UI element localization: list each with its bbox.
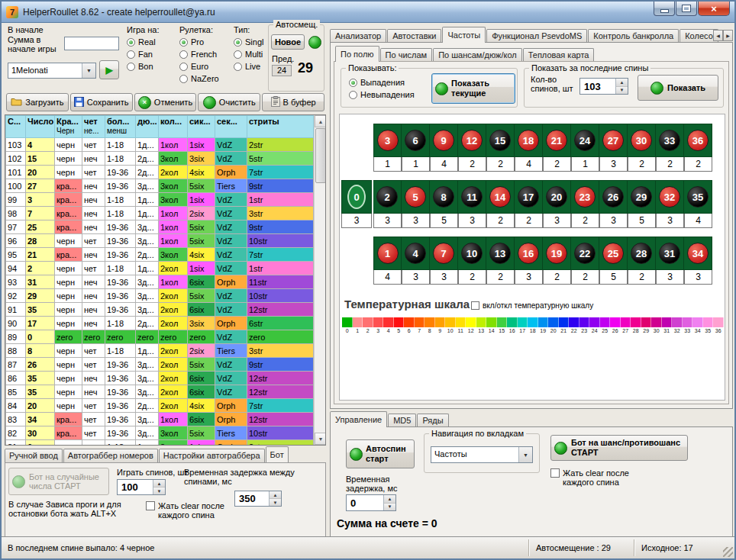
radio-roulette-euro[interactable]: Euro	[179, 60, 219, 72]
radio-type-live[interactable]: Live	[234, 60, 263, 72]
spinner-down-icon[interactable]: ▼	[270, 499, 281, 506]
table-row[interactable]: 9521кра...неч19-362д...3кол4sixVdZ7str	[6, 248, 314, 262]
table-row[interactable]: 8334кра...чет19-363д...1кол6sixOrph12str	[6, 413, 314, 426]
tab-scroll-right-icon[interactable]: ▶	[723, 30, 733, 41]
radio-roulette-french[interactable]: French	[179, 48, 219, 60]
radio-game-real[interactable]: Real	[127, 36, 156, 48]
radio-game-fan[interactable]: Fan	[127, 48, 156, 60]
table-row[interactable]: 942чернчет1-181д...2кол1sixVdZ1str	[6, 262, 314, 275]
tab-контроль-банкролла[interactable]: Контроль банкролла	[588, 29, 679, 43]
table-row[interactable]: 987кра...неч1-181д...1кол2sixVdZ3str	[6, 207, 314, 220]
radio-show-невыпадения[interactable]: Невыпадения	[349, 89, 415, 101]
minimize-button[interactable]	[654, 2, 675, 16]
table-row[interactable]: 10215черннеч1-182д...3кол3sixVdZ5str	[6, 152, 314, 166]
spinner-down-icon[interactable]: ▼	[616, 87, 628, 95]
tab-функционал-psevdoms[interactable]: Функционал PsevdoMS	[486, 29, 587, 43]
table-row[interactable]: 8535черннеч19-363д...2кол6sixVdZ12str	[6, 385, 314, 399]
table-row[interactable]: 816чернчет1-181д...3кол1sixOrph2str	[6, 440, 314, 446]
temperature-scale-checkbox[interactable]: вкл/откл температурную шкалу	[471, 301, 593, 311]
subtab-тепловая-карта[interactable]: Тепловая карта	[523, 48, 595, 62]
play-button[interactable]: ▶	[99, 60, 119, 79]
отменить-button[interactable]: ×Отменить	[134, 93, 197, 111]
title-bar[interactable]: 7 HelperRoullet 8.62 - create helperroul…	[2, 2, 734, 23]
table-row[interactable]: 10027кра...неч19-363д...3кол5sixTiers9st…	[6, 179, 314, 193]
show-current-button[interactable]: Показать текущие	[431, 73, 515, 104]
spinner-up-icon[interactable]: ▲	[270, 491, 281, 499]
autospin-start-button[interactable]: Автоспин старт	[346, 439, 415, 468]
radio-type-singl[interactable]: Singl	[234, 36, 263, 48]
tab-бот[interactable]: Бот	[266, 446, 289, 462]
subtab-по-полю[interactable]: По полю	[335, 46, 379, 62]
table-row[interactable]: 8726чернчет19-363д...2кол5sixVdZ9str	[6, 358, 314, 372]
radio-roulette-nazero[interactable]: NaZero	[179, 72, 219, 85]
table-row[interactable]: 9725кра...неч19-363д...1кол5sixVdZ9str	[6, 220, 314, 234]
table-row[interactable]: 10120чернчет19-362д...2кол4sixOrph7str	[6, 166, 314, 179]
board-number-cell: 36	[684, 124, 712, 157]
очистить-button[interactable]: Очистить	[198, 93, 260, 111]
chance-bot-start-button[interactable]: Бот на шанс/противошанс СТАРТ	[550, 435, 688, 461]
radio-game-bon[interactable]: Bon	[127, 60, 156, 72]
table-row[interactable]: 9135черннеч19-363д...2кол6sixVdZ12str	[6, 303, 314, 317]
spinner-arrows[interactable]: ▲▼	[269, 491, 281, 506]
subtab-по-шансам-дюж-кол[interactable]: По шансам/дюж/кол	[433, 48, 522, 62]
table-scrollbar[interactable]: ▲ ▼	[314, 115, 326, 445]
clear-after-spin-checkbox[interactable]: Жать clear после каждого спина	[146, 501, 234, 520]
table-row[interactable]: 9229черннеч19-363д...2кол5sixVdZ10str	[6, 289, 314, 303]
table-row[interactable]: 9331черннеч19-363д...1кол6sixOrph11str	[6, 275, 314, 289]
radio-roulette-pro[interactable]: Pro	[179, 36, 219, 48]
загрузить-button[interactable]: Загрузить	[6, 93, 69, 111]
table-row[interactable]: 890zerozerozerozerozerozeroVdZzero	[6, 330, 314, 344]
spin-delay-spinner[interactable]: 350 ▲▼	[234, 491, 282, 507]
table-row[interactable]: 888чернчет1-181д...2кол2sixTiers3str	[6, 344, 314, 358]
spinner-up-icon[interactable]: ▲	[153, 480, 165, 488]
scroll-up-icon[interactable]: ▲	[315, 115, 326, 127]
maximize-button[interactable]	[676, 2, 697, 16]
delay-spinner[interactable]: 0 ▲▼	[346, 494, 396, 511]
preset-select[interactable]: 1Melonati ▼	[8, 63, 96, 79]
table-row[interactable]: 8230кра...чет19-363д...3кол5sixTiers10st…	[6, 426, 314, 440]
table-row[interactable]: 8420чернчет19-362д...2кол4sixOrph7str	[6, 399, 314, 413]
table-row[interactable]: 993кра...неч1-181д...3кол1sixVdZ1str	[6, 193, 314, 207]
spinner-up-icon[interactable]: ▲	[616, 79, 628, 87]
show-last-button[interactable]: Показать	[638, 75, 718, 101]
tab-md5[interactable]: MD5	[388, 414, 416, 427]
tab-управление[interactable]: Управление	[330, 411, 387, 427]
spinner-arrows[interactable]: ▲▼	[153, 480, 165, 494]
table-row[interactable]: 9628чернчет19-363д...1кол5sixVdZ10str	[6, 234, 314, 248]
spinner-up-icon[interactable]: ▲	[384, 495, 395, 504]
resize-grip-icon[interactable]	[723, 547, 733, 557]
spinner-arrows[interactable]: ▲▼	[383, 495, 395, 510]
scrollbar-thumb[interactable]	[315, 128, 326, 183]
tab-настройки-автограббера[interactable]: Настройки автограббера	[159, 449, 265, 462]
spinner-arrows[interactable]: ▲▼	[615, 79, 628, 94]
new-shift-button[interactable]: Новое	[271, 34, 305, 50]
table-row[interactable]: 8635черннеч19-363д...2кол6sixVdZ12str	[6, 372, 314, 385]
в-буфер-button[interactable]: В буфер	[262, 93, 324, 111]
tab-navigation-select[interactable]: Частоты ▼	[431, 446, 533, 463]
tab-автоставки[interactable]: Автоставки	[387, 29, 441, 43]
spinner-down-icon[interactable]: ▼	[153, 488, 165, 494]
spins-count-spinner[interactable]: 100 ▲▼	[117, 479, 166, 495]
tab-частоты[interactable]: Частоты	[442, 27, 486, 43]
tab-ручной-ввод[interactable]: Ручной ввод	[5, 449, 63, 462]
chevron-down-icon[interactable]: ▼	[82, 63, 95, 78]
random-bot-start-button[interactable]: Бот на случайные числа СТАРТ	[8, 468, 109, 495]
table-row[interactable]: 9017черннеч1-182д...2кол3sixOrph6str	[6, 317, 314, 330]
spin-count-spinner[interactable]: 103 ▲▼	[579, 78, 628, 95]
board-number-2: 2	[376, 186, 398, 208]
start-sum-input[interactable]	[64, 37, 119, 50]
subtab-по-числам[interactable]: По числам	[380, 48, 433, 62]
tab-ряды[interactable]: Ряды	[417, 414, 448, 427]
tab-scroll-left-icon[interactable]: ◀	[713, 30, 723, 41]
tab-автограббер-номеров[interactable]: Автограббер номеров	[63, 449, 158, 462]
table-row[interactable]: 1034чернчет1-181д...1кол1sixVdZ2str	[6, 138, 314, 152]
radio-type-multi[interactable]: Multi	[234, 48, 263, 60]
сохранить-button[interactable]: Сохранить	[70, 93, 133, 111]
chevron-down-icon[interactable]: ▼	[518, 447, 532, 462]
scroll-down-icon[interactable]: ▼	[315, 433, 326, 445]
clear-after-spin-checkbox[interactable]: Жать clear после каждого спина	[550, 468, 651, 487]
tab-анализатор[interactable]: Анализатор	[330, 29, 386, 43]
radio-show-выпадения[interactable]: Выпадения	[349, 76, 415, 89]
close-button[interactable]: ×	[698, 2, 730, 16]
spinner-down-icon[interactable]: ▼	[384, 504, 395, 511]
